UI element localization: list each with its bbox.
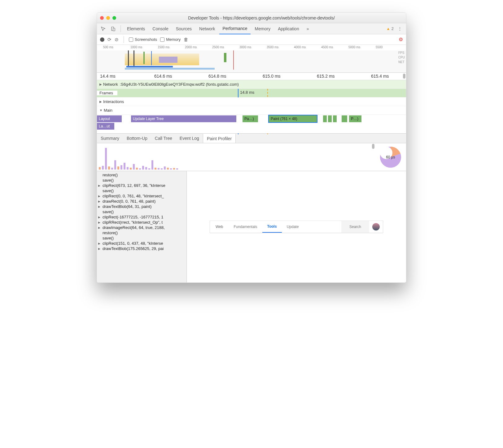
- warnings-indicator[interactable]: ▲ 2: [386, 26, 394, 31]
- profiler-bar[interactable]: [155, 168, 156, 170]
- overview-panel[interactable]: 500 ms1000 ms1500 ms2000 ms2500 ms3000 m…: [97, 45, 406, 73]
- detail-tab-event-log[interactable]: Event Log: [176, 134, 203, 143]
- profiler-bar[interactable]: [151, 160, 153, 170]
- profiler-bar[interactable]: [120, 165, 122, 170]
- expand-icon[interactable]: ▶: [98, 184, 100, 187]
- profiler-bar[interactable]: [161, 168, 163, 170]
- tab-console[interactable]: Console: [149, 23, 171, 34]
- expand-icon[interactable]: ▶: [98, 200, 100, 203]
- profiler-bar[interactable]: [145, 167, 147, 170]
- draw-command[interactable]: save(): [97, 235, 186, 241]
- profiler-bar[interactable]: [108, 166, 110, 170]
- draw-command[interactable]: ▶drawRect(0, 0, 761, 48, paint): [97, 199, 186, 204]
- profiler-bar[interactable]: [117, 166, 119, 170]
- draw-command[interactable]: ▶clipRRect(rrect, "kIntersect_Op", t: [97, 220, 186, 225]
- expand-icon[interactable]: ▶: [98, 221, 100, 224]
- expand-icon[interactable]: ▶: [98, 242, 100, 245]
- detail-tab-paint-profiler[interactable]: Paint Profiler: [203, 134, 236, 143]
- event-paint-selected[interactable]: Paint (761 × 48): [269, 115, 317, 122]
- more-tabs-icon[interactable]: »: [304, 24, 312, 33]
- event-paint[interactable]: [333, 115, 337, 122]
- event-paint[interactable]: P…): [349, 115, 361, 122]
- nav-web[interactable]: Web: [210, 225, 229, 229]
- profiler-bar[interactable]: [99, 167, 101, 170]
- detail-tab-summary[interactable]: Summary: [97, 134, 123, 143]
- event-paint[interactable]: [323, 115, 327, 122]
- tab-sources[interactable]: Sources: [173, 23, 195, 34]
- draw-command[interactable]: restore(): [97, 230, 186, 235]
- event-layout[interactable]: La…ut: [97, 123, 114, 130]
- device-toggle-icon[interactable]: [109, 24, 117, 33]
- draw-command[interactable]: save(): [97, 209, 186, 214]
- event-paint[interactable]: [328, 115, 332, 122]
- timeline-ruler[interactable]: 14.4 ms614.6 ms614.8 ms615.0 ms615.2 ms6…: [97, 73, 406, 80]
- avatar-icon[interactable]: [372, 223, 380, 230]
- flame-chart[interactable]: Layout La…ut Update Layer Tree Pa…) Pain…: [97, 115, 406, 133]
- draw-command[interactable]: ▶clipRect(0, 0, 761, 48, "kIntersect_: [97, 193, 186, 199]
- draw-command[interactable]: save(): [97, 188, 186, 193]
- interactions-track[interactable]: ▶Interactions: [97, 97, 406, 106]
- profiler-bar[interactable]: [158, 168, 160, 170]
- draw-command[interactable]: ▶drawTextBlob(175.265625, 29, pai: [97, 246, 186, 251]
- profiler-bar[interactable]: [111, 168, 113, 170]
- tab-network[interactable]: Network: [196, 23, 218, 34]
- memory-checkbox[interactable]: Memory: [160, 37, 181, 42]
- main-track[interactable]: ▼Main: [97, 106, 406, 115]
- clear-icon[interactable]: ⊘: [115, 37, 119, 42]
- event-update-layer-tree[interactable]: Update Layer Tree: [131, 115, 236, 122]
- screenshots-checkbox[interactable]: Screenshots: [129, 37, 157, 42]
- reload-icon[interactable]: ⟳: [107, 37, 112, 42]
- maximize-icon[interactable]: [112, 16, 116, 20]
- minimize-icon[interactable]: [106, 16, 110, 20]
- collapse-icon[interactable]: ▼: [99, 109, 103, 112]
- event-paint[interactable]: [342, 115, 347, 122]
- profiler-bar[interactable]: [102, 166, 104, 170]
- scrollbar-thumb[interactable]: [372, 144, 374, 149]
- profiler-bar[interactable]: [139, 168, 141, 170]
- settings-icon[interactable]: ⚙: [399, 37, 403, 42]
- event-layout[interactable]: Layout: [97, 115, 122, 122]
- profiler-bar[interactable]: [148, 168, 150, 170]
- profiler-bar[interactable]: [176, 168, 178, 170]
- profiler-bar[interactable]: [124, 163, 125, 170]
- draw-command[interactable]: save(): [97, 178, 186, 183]
- profiler-bar[interactable]: [173, 168, 175, 170]
- tab-elements[interactable]: Elements: [124, 23, 148, 34]
- trash-icon[interactable]: 🗑: [184, 37, 188, 42]
- detail-tab-bottom-up[interactable]: Bottom-Up: [123, 134, 151, 143]
- tab-application[interactable]: Application: [275, 23, 302, 34]
- nav-search[interactable]: Search: [341, 221, 369, 233]
- profiler-bar[interactable]: [136, 168, 138, 170]
- expand-icon[interactable]: ▶: [98, 205, 100, 208]
- profiler-bar[interactable]: [130, 168, 132, 170]
- draw-commands-list[interactable]: restore()save()▶clipRect(673, 12, 697, 3…: [97, 171, 187, 282]
- detail-tab-call-tree[interactable]: Call Tree: [151, 134, 176, 143]
- profiler-bar[interactable]: [127, 167, 129, 170]
- draw-command[interactable]: ▶drawImageRect(64, 64, true, 2188,: [97, 225, 186, 230]
- draw-command[interactable]: ▶clipRect(151, 0, 437, 48, "kInterse: [97, 241, 186, 246]
- nav-item[interactable]: Update: [282, 225, 304, 229]
- tab-memory[interactable]: Memory: [252, 23, 274, 34]
- profiler-bar[interactable]: [164, 166, 166, 170]
- profiler-bar[interactable]: [133, 164, 135, 170]
- draw-command[interactable]: ▶clipRect(673, 12, 697, 36, "kInterse: [97, 183, 186, 188]
- draw-command[interactable]: ▶clipRect(-16777215, -16777215, 1: [97, 214, 186, 220]
- event-paint[interactable]: Pa…): [243, 115, 258, 122]
- profiler-bar[interactable]: [167, 168, 169, 170]
- inspect-icon[interactable]: [99, 24, 107, 33]
- tab-performance[interactable]: Performance: [219, 23, 250, 34]
- record-button[interactable]: [100, 37, 104, 42]
- network-track[interactable]: ▶Network:S6g4U3t-Y5UEw0lE80llgEseQY3FEmq…: [97, 80, 406, 89]
- draw-command[interactable]: ▶drawTextBlob(64, 31, paint): [97, 204, 186, 209]
- profiler-bar[interactable]: [170, 168, 172, 170]
- nav-item[interactable]: Fundamentals: [229, 225, 262, 229]
- profiler-bar[interactable]: [114, 160, 116, 170]
- scrollbar-thumb[interactable]: [403, 74, 405, 79]
- close-icon[interactable]: [100, 16, 104, 20]
- nav-item-active[interactable]: Tools: [262, 221, 282, 233]
- expand-icon[interactable]: ▶: [98, 226, 100, 229]
- profiler-bars[interactable]: [97, 143, 375, 171]
- draw-command[interactable]: restore(): [97, 172, 186, 178]
- expand-icon[interactable]: ▶: [98, 216, 100, 219]
- kebab-menu-icon[interactable]: ⋮: [396, 24, 404, 33]
